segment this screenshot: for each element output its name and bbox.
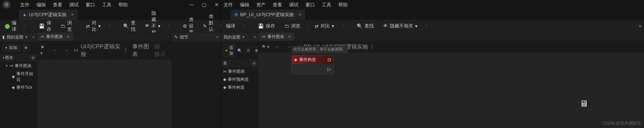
menubar: 文件 编辑 资产 查看 调试 窗口 工具 帮助: [221, 0, 644, 9]
add-button[interactable]: +添加: [2, 44, 20, 52]
document-tab[interactable]: ⊞ BP_UI_UI与CPP逻辑实验 ✕: [230, 10, 305, 20]
save-icon: 💾: [39, 23, 45, 29]
add-graph-icon[interactable]: ⊕: [30, 55, 35, 60]
settings-button[interactable]: ✲: [22, 44, 30, 51]
hide-options[interactable]: ⋮: [168, 24, 171, 28]
document-tabs: ⊞ BP_UI_UI与CPP逻辑实验 ✕: [221, 9, 644, 20]
toolbar: ⬤编译 ⋮ 💾保存 🗀浏览 ⇄对比▾ ⋮ 🔍查找 👁隐藏不相关▾ ⋮ ⚙类设置 …: [0, 20, 221, 32]
tab-label: UI与CPP逻辑实验: [29, 12, 67, 18]
tab-close-icon[interactable]: ✕: [67, 35, 70, 39]
breadcrumb-leaf[interactable]: 事件图表: [132, 43, 153, 58]
menu-view[interactable]: 查看: [273, 2, 282, 8]
my-blueprint-tab[interactable]: ▮ 我的蓝图 ▾ ✕: [0, 32, 37, 42]
menu-window[interactable]: 窗口: [86, 2, 95, 8]
diff-options[interactable]: ⋮: [108, 24, 112, 28]
compile-options[interactable]: ⋮: [242, 24, 246, 28]
diff-options[interactable]: ⋮: [341, 24, 345, 28]
menu-asset[interactable]: 资产: [256, 2, 266, 8]
menu-window[interactable]: 窗口: [306, 2, 315, 8]
tree-item-preconstruct[interactable]: ◈事件预构造: [221, 75, 258, 83]
diff-button[interactable]: ⇄对比▾: [312, 21, 336, 31]
graph-icon: ∺: [41, 34, 44, 39]
panel-close-icon[interactable]: ✕: [216, 35, 219, 39]
find-button[interactable]: 🔍查找: [354, 21, 376, 31]
event-icon: ◈: [223, 85, 226, 90]
toolbar-overflow[interactable]: »: [639, 23, 642, 29]
back-button[interactable]: ←: [273, 43, 281, 51]
save-icon: 💾: [258, 23, 264, 29]
back-button[interactable]: ←: [52, 46, 59, 54]
tree-header-charts[interactable]: ▼图表⊕: [0, 53, 37, 62]
tree-item-eventgraph[interactable]: ▼∺事件图表: [0, 62, 37, 70]
close-icon[interactable]: ✕: [215, 2, 219, 8]
diff-button[interactable]: ⇄对比▾: [84, 18, 103, 34]
settings-button[interactable]: ✲: [255, 47, 258, 54]
chevron-down-icon[interactable]: ▾: [25, 35, 28, 40]
compile-button[interactable]: 编译: [224, 21, 238, 31]
diff-icon: ⇄: [315, 23, 318, 29]
search-input[interactable]: 搜: [244, 47, 252, 54]
tree-item-eventgraph[interactable]: ∺事件图表: [221, 68, 258, 75]
event-icon: ◈: [12, 85, 15, 90]
graph-icon: ∺: [10, 63, 13, 68]
hide-button[interactable]: 👁隐藏不相关▾: [381, 21, 420, 31]
menu-debug[interactable]: 调试: [69, 2, 79, 8]
add-icon[interactable]: ⊕: [252, 61, 256, 66]
event-construct-node[interactable]: 此节点被禁用，将不会被调用。 ◈事件构造⊡ ▷: [292, 55, 334, 75]
graph-panel: ∺事件图表✕ ⚑ ▾ ← → ∺ UI与CPP逻辑实验 〉 事件图表缩放-2: [38, 32, 172, 128]
browse-button[interactable]: 🗀浏览: [58, 18, 74, 34]
menu-edit[interactable]: 编辑: [36, 2, 46, 8]
save-button[interactable]: 💾保存: [256, 21, 278, 31]
save-button[interactable]: 💾保存: [36, 18, 54, 34]
graph-canvas[interactable]: 此节点被禁用，将不会被调用。 ◈事件构造⊡ ▷ 🖥 CSDN @雷杰弗朗哥: [259, 53, 644, 128]
breadcrumb: ∺ UI与CPP逻辑实验 〉 事件图表缩放-2: [74, 43, 169, 58]
maximize-icon[interactable]: ▢: [202, 2, 206, 8]
graph-canvas[interactable]: [38, 60, 172, 128]
tree-item-tick[interactable]: ◈事件Tick: [0, 83, 37, 91]
add-button[interactable]: +添加: [224, 44, 235, 57]
menu-help[interactable]: 帮助: [338, 2, 348, 8]
menu-debug[interactable]: 调试: [289, 2, 298, 8]
chevron-down-icon[interactable]: ▾: [242, 35, 244, 40]
menu-help[interactable]: 帮助: [118, 2, 128, 8]
bookmark-icon[interactable]: ⚑ ▾: [262, 43, 270, 51]
panel-close-icon[interactable]: ✕: [253, 35, 256, 39]
find-icon: 🔍: [123, 23, 129, 29]
menubar: U 文件 编辑 查看 调试 窗口 工具 帮助 — ▢ ✕: [0, 0, 221, 9]
breadcrumb-root[interactable]: UI与CPP逻辑实验: [81, 43, 122, 58]
my-blueprint-panel: 我的蓝图 ▾ ✕ +添加 🔍 搜 ✲ 表⊕ ∺事件图表 ◈事件预构造 ◈事件构造: [221, 32, 259, 128]
hide-options[interactable]: ⋮: [424, 24, 428, 28]
search-icon: 🔍: [237, 48, 242, 53]
tab-close-icon[interactable]: ✕: [298, 13, 301, 17]
panel-close-icon[interactable]: ✕: [32, 35, 35, 39]
graph-tab[interactable]: ∺事件图表✕: [38, 32, 73, 41]
compile-options[interactable]: ⋮: [24, 24, 27, 28]
graph-tab[interactable]: ∺事件图表✕: [259, 32, 294, 41]
menu-file[interactable]: 文件: [20, 2, 30, 8]
compile-button[interactable]: ⬤编译: [2, 18, 19, 34]
details-tab[interactable]: ✎ 细节 ✕: [172, 32, 221, 42]
my-blueprint-tab[interactable]: 我的蓝图 ▾ ✕: [221, 32, 258, 42]
browse-button[interactable]: 🗀浏览: [282, 21, 303, 31]
tab-close-icon[interactable]: ✕: [71, 13, 74, 17]
tree-item-beginplay[interactable]: ◈事件开始运: [0, 70, 37, 83]
exec-pin-icon[interactable]: ▷: [328, 66, 331, 72]
minimize-icon[interactable]: —: [189, 2, 194, 8]
tree-header-table[interactable]: 表⊕: [221, 59, 258, 68]
menu-view[interactable]: 查看: [53, 2, 62, 8]
forward-button[interactable]: →: [62, 46, 70, 54]
graph-icon: ∺: [223, 69, 226, 74]
bookmark-icon[interactable]: ⚑ ▾: [40, 46, 48, 54]
menu-file[interactable]: 文件: [224, 2, 233, 8]
menu-tools[interactable]: 工具: [322, 2, 331, 8]
hide-icon: 👁: [383, 23, 388, 29]
gear-icon: ⚙: [183, 23, 187, 29]
blueprint-icon: ▲: [22, 12, 27, 17]
tab-close-icon[interactable]: ✕: [288, 35, 291, 39]
menu-edit[interactable]: 编辑: [240, 2, 249, 8]
pencil-icon: ✎: [174, 35, 178, 40]
find-button[interactable]: 🔍查找: [121, 18, 138, 34]
menu-tools[interactable]: 工具: [102, 2, 112, 8]
tree-item-construct[interactable]: ◈事件构造: [221, 83, 258, 91]
widget-icon: ⊞: [234, 12, 238, 17]
